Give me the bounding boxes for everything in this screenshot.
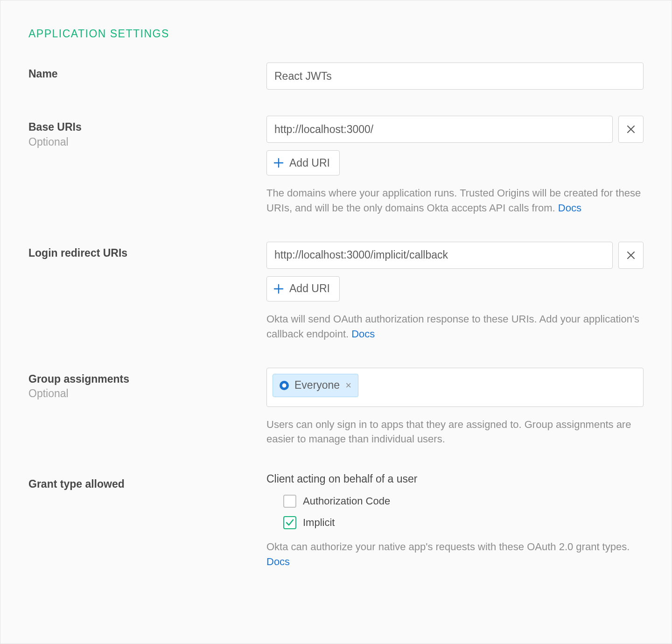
base-uri-input[interactable] bbox=[266, 116, 613, 143]
login-redirect-help-text: Okta will send OAuth authorization respo… bbox=[266, 313, 639, 340]
base-uris-field-col: Add URI The domains where your applicati… bbox=[266, 116, 644, 216]
base-uris-sublabel: Optional bbox=[28, 135, 266, 149]
svg-point-1 bbox=[282, 383, 287, 387]
name-input[interactable] bbox=[266, 63, 644, 90]
login-redirect-label-col: Login redirect URIs bbox=[28, 242, 266, 342]
login-redirect-field-col: Add URI Okta will send OAuth authorizati… bbox=[266, 242, 644, 342]
base-uri-input-row bbox=[266, 116, 644, 143]
close-icon bbox=[626, 251, 636, 260]
base-uris-help: The domains where your application runs.… bbox=[266, 186, 644, 216]
grant-implicit-row: Implicit bbox=[283, 516, 644, 529]
grant-type-field-col: Client acting on behalf of a user Author… bbox=[266, 473, 644, 569]
base-uris-label-col: Base URIs Optional bbox=[28, 116, 266, 216]
login-redirect-row: Login redirect URIs Add URI Okta will se… bbox=[28, 242, 644, 342]
name-row: Name bbox=[28, 63, 644, 90]
grant-type-docs-link[interactable]: Docs bbox=[266, 556, 290, 567]
login-redirect-add-label: Add URI bbox=[289, 282, 330, 295]
login-redirect-help: Okta will send OAuth authorization respo… bbox=[266, 312, 644, 342]
group-assignments-field-col: Everyone × Users can only sign in to app… bbox=[266, 368, 644, 447]
base-uris-row: Base URIs Optional Add URI The domains w… bbox=[28, 116, 644, 216]
base-uris-docs-link[interactable]: Docs bbox=[558, 202, 581, 214]
plus-icon bbox=[273, 284, 284, 294]
base-uri-remove-button[interactable] bbox=[618, 116, 644, 143]
login-redirect-input[interactable] bbox=[266, 242, 613, 269]
grant-authorization-code-row: Authorization Code bbox=[283, 495, 644, 508]
group-icon bbox=[279, 380, 290, 391]
close-icon bbox=[626, 125, 636, 134]
grant-type-subtitle: Client acting on behalf of a user bbox=[266, 473, 644, 485]
login-redirect-add-button[interactable]: Add URI bbox=[266, 276, 340, 301]
grant-authorization-code-label: Authorization Code bbox=[303, 495, 390, 507]
grant-type-help-text: Okta can authorize your native app's req… bbox=[266, 541, 630, 553]
group-assignments-help: Users can only sign in to apps that they… bbox=[266, 417, 644, 447]
close-icon: × bbox=[345, 379, 351, 391]
login-redirect-remove-button[interactable] bbox=[618, 242, 644, 269]
plus-icon bbox=[273, 158, 284, 168]
name-field-col bbox=[266, 63, 644, 90]
checkmark-icon bbox=[285, 518, 294, 527]
login-redirect-docs-link[interactable]: Docs bbox=[351, 328, 375, 340]
group-assignments-label: Group assignments bbox=[28, 372, 266, 386]
group-assignments-input[interactable]: Everyone × bbox=[266, 368, 644, 407]
base-uris-label: Base URIs bbox=[28, 120, 266, 134]
group-assignments-sublabel: Optional bbox=[28, 387, 266, 401]
group-chip-remove[interactable]: × bbox=[344, 380, 352, 391]
grant-implicit-label: Implicit bbox=[303, 517, 335, 529]
base-uri-add-label: Add URI bbox=[289, 157, 330, 169]
base-uri-add-button[interactable]: Add URI bbox=[266, 150, 340, 175]
name-label: Name bbox=[28, 67, 266, 81]
login-redirect-input-row bbox=[266, 242, 644, 269]
section-title: APPLICATION SETTINGS bbox=[28, 28, 644, 40]
group-assignments-label-col: Group assignments Optional bbox=[28, 368, 266, 447]
group-chip-label: Everyone bbox=[294, 379, 340, 392]
grant-implicit-checkbox[interactable] bbox=[283, 516, 296, 529]
grant-type-label-col: Grant type allowed bbox=[28, 473, 266, 569]
group-chip: Everyone × bbox=[273, 374, 358, 397]
grant-type-row: Grant type allowed Client acting on beha… bbox=[28, 473, 644, 569]
application-settings-panel: APPLICATION SETTINGS Name Base URIs Opti… bbox=[0, 0, 672, 644]
grant-authorization-code-checkbox[interactable] bbox=[283, 495, 296, 508]
group-assignments-row: Group assignments Optional Everyone × Us… bbox=[28, 368, 644, 447]
base-uris-help-text: The domains where your application runs.… bbox=[266, 187, 641, 214]
name-label-col: Name bbox=[28, 63, 266, 90]
login-redirect-label: Login redirect URIs bbox=[28, 246, 266, 260]
grant-type-help: Okta can authorize your native app's req… bbox=[266, 539, 644, 569]
grant-type-label: Grant type allowed bbox=[28, 477, 266, 491]
